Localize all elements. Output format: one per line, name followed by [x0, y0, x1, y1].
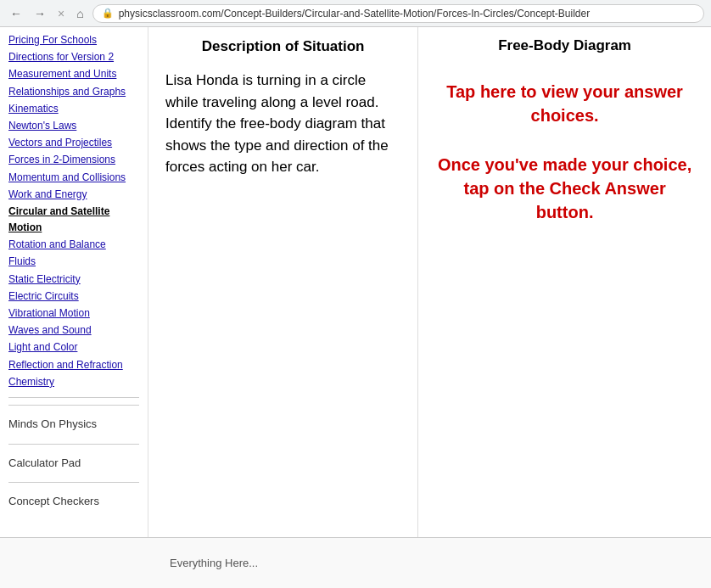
sidebar-item-electric-circuits[interactable]: Electric Circuits [8, 288, 139, 305]
sidebar-item-directions[interactable]: Directions for Version 2 [8, 49, 139, 65]
close-button[interactable]: × [54, 5, 68, 22]
situation-text: Lisa Honda is turning in a circle while … [165, 70, 400, 178]
sidebar-nav-links: Pricing For SchoolsDirections for Versio… [8, 32, 139, 390]
sidebar-section-minds-on-physics[interactable]: Minds On Physics [8, 412, 139, 437]
tap-prompt[interactable]: Tap here to view your answer choices. [435, 80, 694, 127]
sidebar-separator-calculator-pad [8, 444, 139, 445]
sidebar-item-forces-2d[interactable]: Forces in 2-Dimensions [8, 152, 139, 168]
sidebar-item-vectors[interactable]: Vectors and Projectiles [8, 135, 139, 151]
sidebar-separator-minds-on-physics [8, 405, 139, 406]
url-bar[interactable]: 🔒 physicsclassroom.com/Concept-Builders/… [92, 4, 704, 23]
lock-icon: 🔒 [102, 8, 114, 19]
browser-bar: ← → × ⌂ 🔒 physicsclassroom.com/Concept-B… [0, 0, 711, 27]
sidebar-item-vibrational[interactable]: Vibrational Motion [8, 305, 139, 322]
sidebar-item-measurement[interactable]: Measurement and Units [8, 66, 139, 82]
sidebar-item-circular[interactable]: Circular and Satellite Motion [8, 204, 139, 236]
page-content: Pricing For SchoolsDirections for Versio… [0, 27, 711, 537]
sidebar-section-links: Minds On PhysicsCalculator PadConcept Ch… [8, 405, 139, 514]
sidebar-separator-1 [8, 397, 139, 398]
diagram-column[interactable]: Free-Body Diagram Tap here to view your … [418, 27, 711, 537]
sidebar-item-static-electricity[interactable]: Static Electricity [8, 272, 139, 288]
home-button[interactable]: ⌂ [73, 5, 87, 22]
sidebar-section-calculator-pad[interactable]: Calculator Pad [8, 451, 139, 476]
description-header: Description of Situation [165, 37, 400, 56]
once-prompt[interactable]: Once you've made your choice, tap on the… [435, 153, 694, 224]
sidebar-item-work-energy[interactable]: Work and Energy [8, 187, 139, 203]
description-column: Description of Situation Lisa Honda is t… [148, 27, 418, 537]
sidebar-separator-concept-checkers [8, 482, 139, 483]
diagram-header: Free-Body Diagram [498, 37, 631, 54]
url-text: physicsclassroom.com/Concept-Builders/Ci… [119, 8, 591, 20]
back-button[interactable]: ← [7, 5, 25, 22]
sidebar-item-rotation[interactable]: Rotation and Balance [8, 237, 139, 253]
sidebar-item-light[interactable]: Light and Color [8, 339, 139, 356]
forward-button[interactable]: → [31, 5, 49, 22]
sidebar-item-pricing[interactable]: Pricing For Schools [8, 32, 139, 48]
sidebar-item-reflection[interactable]: Reflection and Refraction [8, 357, 139, 373]
sidebar-item-relationships[interactable]: Relationships and Graphs [8, 84, 139, 100]
sidebar-item-chemistry[interactable]: Chemistry [8, 374, 139, 390]
main-content: Description of Situation Lisa Honda is t… [148, 27, 711, 537]
sidebar-item-momentum[interactable]: Momentum and Collisions [8, 170, 139, 186]
sidebar: Pricing For SchoolsDirections for Versio… [0, 27, 148, 537]
sidebar-section-concept-checkers[interactable]: Concept Checkers [8, 490, 139, 514]
sidebar-item-newtons-laws[interactable]: Newton's Laws [8, 118, 139, 134]
bottom-text: Everything Here... [170, 557, 258, 569]
bottom-strip: Everything Here... [0, 537, 711, 588]
sidebar-item-kinematics[interactable]: Kinematics [8, 101, 139, 117]
sidebar-item-waves[interactable]: Waves and Sound [8, 322, 139, 339]
sidebar-item-fluids[interactable]: Fluids [8, 254, 139, 270]
